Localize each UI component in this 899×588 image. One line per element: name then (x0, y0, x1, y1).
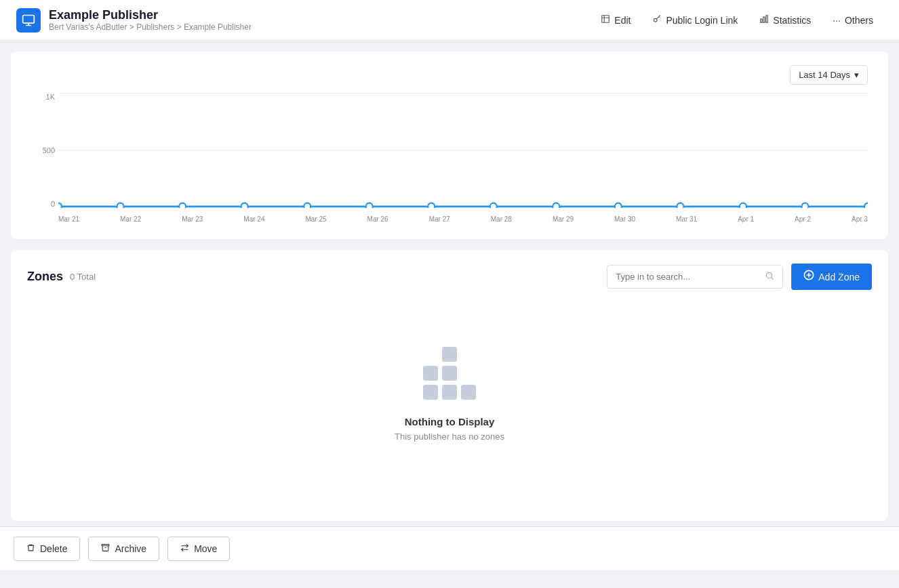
svg-point-17 (553, 203, 559, 208)
page-title: Example Publisher (49, 8, 252, 22)
edit-label: Edit (614, 15, 631, 26)
grid-cell-1 (442, 347, 457, 362)
move-button[interactable]: Move (167, 537, 230, 561)
svg-rect-0 (23, 15, 35, 23)
zones-title: Zones (27, 270, 63, 284)
svg-point-11 (179, 203, 186, 208)
date-range-button[interactable]: Last 14 Days ▾ (790, 65, 868, 85)
svg-rect-5 (766, 16, 767, 23)
page-header: Example Publisher Bert Varias's AdButler… (0, 0, 899, 41)
footer-bar: Delete Archive Move (0, 526, 899, 570)
x-label-12: Apr 2 (795, 215, 811, 223)
x-label-4: Mar 25 (305, 215, 326, 223)
svg-point-13 (304, 203, 311, 208)
x-label-2: Mar 23 (182, 215, 203, 223)
trash-icon (26, 543, 35, 554)
x-label-13: Apr 3 (852, 215, 868, 223)
x-label-7: Mar 28 (491, 215, 512, 223)
svg-point-22 (864, 203, 868, 208)
svg-point-20 (740, 203, 746, 208)
breadcrumb-section: Publishers (136, 22, 174, 32)
others-label: Others (845, 15, 873, 26)
breadcrumb-sep1: > (129, 22, 134, 32)
empty-icon-grid (423, 347, 476, 400)
breadcrumb-current: Example Publisher (184, 22, 252, 32)
svg-point-2 (654, 18, 658, 22)
x-label-8: Mar 29 (553, 215, 574, 223)
svg-rect-3 (761, 19, 762, 22)
delete-button[interactable]: Delete (14, 537, 80, 561)
svg-point-9 (58, 203, 62, 208)
more-icon: ··· (833, 15, 841, 26)
zones-header: Zones 0 Total Add Zone (27, 264, 872, 290)
empty-subtitle: This publisher has no zones (395, 432, 504, 442)
header-left: Example Publisher Bert Varias's AdButler… (16, 8, 252, 33)
chart-card: Last 14 Days ▾ 1K 500 0 (11, 51, 888, 239)
grid-cell-5 (442, 385, 457, 400)
app-icon (16, 8, 41, 33)
chart-y-labels: 1K 500 0 (31, 93, 55, 208)
archive-label: Archive (115, 543, 146, 554)
grid-cell-empty-3 (461, 366, 476, 381)
zones-card: Zones 0 Total Add Zone (11, 250, 888, 521)
chart-x-labels: Mar 21 Mar 22 Mar 23 Mar 24 Mar 25 Mar 2… (58, 209, 868, 228)
svg-point-12 (241, 203, 248, 208)
grid-cell-2 (423, 366, 438, 381)
x-label-1: Mar 22 (120, 215, 141, 223)
svg-point-14 (366, 203, 373, 208)
svg-rect-4 (763, 17, 765, 22)
add-zone-label: Add Zone (818, 272, 860, 282)
svg-point-23 (767, 272, 772, 278)
edit-button[interactable]: Edit (591, 9, 640, 31)
search-icon (765, 271, 774, 282)
public-login-button[interactable]: Public Login Link (643, 9, 747, 31)
archive-icon (101, 543, 110, 554)
search-input[interactable] (616, 272, 759, 282)
grid-cell-empty-1 (423, 347, 438, 362)
chevron-down-icon: ▾ (854, 70, 859, 80)
svg-point-21 (801, 203, 808, 208)
archive-button[interactable]: Archive (88, 537, 159, 561)
y-label-500: 500 (43, 146, 55, 154)
x-label-6: Mar 27 (429, 215, 450, 223)
x-label-3: Mar 24 (243, 215, 264, 223)
move-label: Move (194, 543, 217, 554)
public-login-label: Public Login Link (666, 15, 738, 26)
statistics-icon (759, 14, 769, 26)
move-icon (180, 543, 189, 554)
svg-rect-25 (102, 545, 110, 546)
zones-count: 0 Total (70, 272, 96, 282)
search-box[interactable] (607, 265, 783, 289)
title-group: Example Publisher Bert Varias's AdButler… (49, 8, 252, 32)
empty-title: Nothing to Display (405, 416, 495, 427)
date-range-label: Last 14 Days (799, 70, 850, 80)
x-label-9: Mar 30 (614, 215, 635, 223)
key-icon (652, 14, 662, 26)
x-label-0: Mar 21 (58, 215, 79, 223)
y-label-1k: 1K (46, 93, 55, 101)
breadcrumb-root: Bert Varias's AdButler (49, 22, 127, 32)
chart-plot (58, 93, 868, 208)
others-button[interactable]: ··· Others (823, 9, 883, 31)
statistics-button[interactable]: Statistics (750, 9, 820, 31)
svg-point-15 (428, 203, 435, 208)
main-content: Last 14 Days ▾ 1K 500 0 (0, 41, 899, 521)
svg-point-16 (490, 203, 497, 208)
add-zone-button[interactable]: Add Zone (791, 264, 872, 290)
empty-state: Nothing to Display This publisher has no… (27, 306, 872, 469)
breadcrumb: Bert Varias's AdButler > Publishers > Ex… (49, 22, 252, 32)
plus-icon (803, 270, 814, 284)
grid-cell-6 (461, 385, 476, 400)
x-label-10: Mar 31 (676, 215, 697, 223)
grid-cell-3 (442, 366, 457, 381)
svg-rect-1 (602, 16, 610, 23)
breadcrumb-sep2: > (177, 22, 182, 32)
svg-point-18 (615, 203, 622, 208)
delete-label: Delete (40, 543, 67, 554)
grid-cell-4 (423, 385, 438, 400)
edit-icon (601, 14, 610, 26)
statistics-label: Statistics (773, 15, 811, 26)
chart-area: 1K 500 0 (31, 93, 868, 228)
y-label-0: 0 (51, 200, 55, 208)
svg-point-10 (117, 203, 124, 208)
